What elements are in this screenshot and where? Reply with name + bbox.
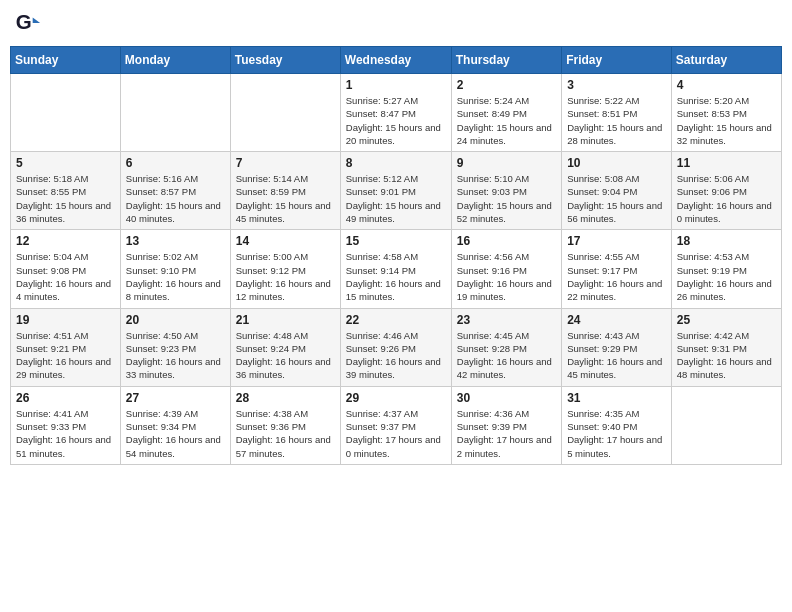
day-info: Sunrise: 5:02 AM Sunset: 9:10 PM Dayligh… [126,250,225,303]
calendar-cell: 21Sunrise: 4:48 AM Sunset: 9:24 PM Dayli… [230,308,340,386]
calendar-cell: 13Sunrise: 5:02 AM Sunset: 9:10 PM Dayli… [120,230,230,308]
calendar-cell: 19Sunrise: 4:51 AM Sunset: 9:21 PM Dayli… [11,308,121,386]
day-number: 26 [16,391,115,405]
day-number: 21 [236,313,335,327]
calendar-cell [11,74,121,152]
calendar-cell: 11Sunrise: 5:06 AM Sunset: 9:06 PM Dayli… [671,152,781,230]
day-number: 9 [457,156,556,170]
day-number: 23 [457,313,556,327]
logo: G [14,10,46,38]
calendar-cell: 30Sunrise: 4:36 AM Sunset: 9:39 PM Dayli… [451,386,561,464]
day-info: Sunrise: 4:38 AM Sunset: 9:36 PM Dayligh… [236,407,335,460]
calendar-cell: 16Sunrise: 4:56 AM Sunset: 9:16 PM Dayli… [451,230,561,308]
day-number: 11 [677,156,776,170]
day-number: 4 [677,78,776,92]
day-info: Sunrise: 4:46 AM Sunset: 9:26 PM Dayligh… [346,329,446,382]
day-number: 12 [16,234,115,248]
day-info: Sunrise: 4:36 AM Sunset: 9:39 PM Dayligh… [457,407,556,460]
day-info: Sunrise: 4:35 AM Sunset: 9:40 PM Dayligh… [567,407,666,460]
day-info: Sunrise: 4:37 AM Sunset: 9:37 PM Dayligh… [346,407,446,460]
day-info: Sunrise: 5:24 AM Sunset: 8:49 PM Dayligh… [457,94,556,147]
day-info: Sunrise: 4:42 AM Sunset: 9:31 PM Dayligh… [677,329,776,382]
page-header: G [10,10,782,38]
day-number: 17 [567,234,666,248]
day-number: 8 [346,156,446,170]
day-info: Sunrise: 5:04 AM Sunset: 9:08 PM Dayligh… [16,250,115,303]
day-info: Sunrise: 5:16 AM Sunset: 8:57 PM Dayligh… [126,172,225,225]
day-info: Sunrise: 5:06 AM Sunset: 9:06 PM Dayligh… [677,172,776,225]
calendar-cell: 12Sunrise: 5:04 AM Sunset: 9:08 PM Dayli… [11,230,121,308]
calendar-cell [230,74,340,152]
logo-icon: G [14,10,42,38]
day-info: Sunrise: 4:45 AM Sunset: 9:28 PM Dayligh… [457,329,556,382]
calendar-cell: 28Sunrise: 4:38 AM Sunset: 9:36 PM Dayli… [230,386,340,464]
day-info: Sunrise: 5:08 AM Sunset: 9:04 PM Dayligh… [567,172,666,225]
calendar-cell: 2Sunrise: 5:24 AM Sunset: 8:49 PM Daylig… [451,74,561,152]
calendar-cell: 8Sunrise: 5:12 AM Sunset: 9:01 PM Daylig… [340,152,451,230]
day-number: 7 [236,156,335,170]
header-thursday: Thursday [451,47,561,74]
calendar-cell: 22Sunrise: 4:46 AM Sunset: 9:26 PM Dayli… [340,308,451,386]
day-info: Sunrise: 4:55 AM Sunset: 9:17 PM Dayligh… [567,250,666,303]
day-number: 3 [567,78,666,92]
calendar-cell: 17Sunrise: 4:55 AM Sunset: 9:17 PM Dayli… [562,230,672,308]
svg-text:G: G [16,10,32,33]
calendar-cell: 15Sunrise: 4:58 AM Sunset: 9:14 PM Dayli… [340,230,451,308]
svg-marker-1 [33,17,40,23]
header-tuesday: Tuesday [230,47,340,74]
day-info: Sunrise: 4:50 AM Sunset: 9:23 PM Dayligh… [126,329,225,382]
calendar-cell: 6Sunrise: 5:16 AM Sunset: 8:57 PM Daylig… [120,152,230,230]
calendar-cell: 1Sunrise: 5:27 AM Sunset: 8:47 PM Daylig… [340,74,451,152]
day-info: Sunrise: 5:10 AM Sunset: 9:03 PM Dayligh… [457,172,556,225]
day-number: 2 [457,78,556,92]
calendar-week-5: 26Sunrise: 4:41 AM Sunset: 9:33 PM Dayli… [11,386,782,464]
day-info: Sunrise: 4:48 AM Sunset: 9:24 PM Dayligh… [236,329,335,382]
calendar-cell: 10Sunrise: 5:08 AM Sunset: 9:04 PM Dayli… [562,152,672,230]
day-info: Sunrise: 4:43 AM Sunset: 9:29 PM Dayligh… [567,329,666,382]
day-number: 27 [126,391,225,405]
day-number: 19 [16,313,115,327]
day-number: 20 [126,313,225,327]
header-wednesday: Wednesday [340,47,451,74]
day-number: 22 [346,313,446,327]
calendar-cell: 7Sunrise: 5:14 AM Sunset: 8:59 PM Daylig… [230,152,340,230]
calendar-cell: 31Sunrise: 4:35 AM Sunset: 9:40 PM Dayli… [562,386,672,464]
header-monday: Monday [120,47,230,74]
calendar-cell: 4Sunrise: 5:20 AM Sunset: 8:53 PM Daylig… [671,74,781,152]
calendar-cell [120,74,230,152]
day-number: 10 [567,156,666,170]
calendar-cell: 29Sunrise: 4:37 AM Sunset: 9:37 PM Dayli… [340,386,451,464]
calendar-cell [671,386,781,464]
day-number: 28 [236,391,335,405]
calendar-cell: 26Sunrise: 4:41 AM Sunset: 9:33 PM Dayli… [11,386,121,464]
day-info: Sunrise: 4:58 AM Sunset: 9:14 PM Dayligh… [346,250,446,303]
calendar-cell: 23Sunrise: 4:45 AM Sunset: 9:28 PM Dayli… [451,308,561,386]
day-info: Sunrise: 5:14 AM Sunset: 8:59 PM Dayligh… [236,172,335,225]
day-info: Sunrise: 4:41 AM Sunset: 9:33 PM Dayligh… [16,407,115,460]
day-number: 29 [346,391,446,405]
day-info: Sunrise: 4:56 AM Sunset: 9:16 PM Dayligh… [457,250,556,303]
day-info: Sunrise: 5:00 AM Sunset: 9:12 PM Dayligh… [236,250,335,303]
day-info: Sunrise: 4:53 AM Sunset: 9:19 PM Dayligh… [677,250,776,303]
calendar: SundayMondayTuesdayWednesdayThursdayFrid… [10,46,782,465]
day-info: Sunrise: 5:27 AM Sunset: 8:47 PM Dayligh… [346,94,446,147]
calendar-header-row: SundayMondayTuesdayWednesdayThursdayFrid… [11,47,782,74]
calendar-cell: 24Sunrise: 4:43 AM Sunset: 9:29 PM Dayli… [562,308,672,386]
calendar-cell: 3Sunrise: 5:22 AM Sunset: 8:51 PM Daylig… [562,74,672,152]
calendar-cell: 27Sunrise: 4:39 AM Sunset: 9:34 PM Dayli… [120,386,230,464]
day-number: 25 [677,313,776,327]
day-number: 15 [346,234,446,248]
day-number: 16 [457,234,556,248]
calendar-week-1: 1Sunrise: 5:27 AM Sunset: 8:47 PM Daylig… [11,74,782,152]
calendar-week-2: 5Sunrise: 5:18 AM Sunset: 8:55 PM Daylig… [11,152,782,230]
day-number: 18 [677,234,776,248]
day-number: 14 [236,234,335,248]
calendar-cell: 18Sunrise: 4:53 AM Sunset: 9:19 PM Dayli… [671,230,781,308]
day-number: 13 [126,234,225,248]
day-info: Sunrise: 4:51 AM Sunset: 9:21 PM Dayligh… [16,329,115,382]
day-info: Sunrise: 4:39 AM Sunset: 9:34 PM Dayligh… [126,407,225,460]
day-info: Sunrise: 5:12 AM Sunset: 9:01 PM Dayligh… [346,172,446,225]
day-number: 5 [16,156,115,170]
calendar-cell: 14Sunrise: 5:00 AM Sunset: 9:12 PM Dayli… [230,230,340,308]
day-number: 31 [567,391,666,405]
